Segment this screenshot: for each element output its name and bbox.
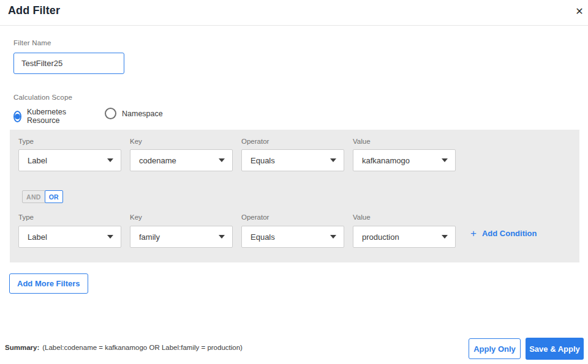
type-dropdown-value: Label — [28, 156, 107, 165]
key-column-label: Key — [130, 214, 142, 221]
chevron-down-icon — [442, 235, 448, 239]
radio-namespace[interactable]: Namespace — [105, 108, 163, 119]
chevron-down-icon — [330, 235, 336, 239]
value-dropdown-value: production — [362, 232, 442, 242]
and-toggle-button[interactable]: AND — [22, 190, 45, 203]
value-column-label: Value — [353, 214, 371, 221]
chevron-down-icon — [442, 158, 448, 162]
save-apply-button[interactable]: Save & Apply — [526, 338, 584, 360]
radio-label: Kubernetes Resource — [27, 108, 70, 125]
type-column-label: Type — [18, 214, 34, 221]
operator-dropdown-value: Equals — [251, 232, 330, 242]
value-dropdown-value: kafkanamogo — [362, 156, 442, 165]
filter-name-input[interactable] — [13, 53, 124, 74]
dialog-title: Add Filter — [8, 4, 60, 17]
filter-name-label: Filter Name — [13, 39, 51, 46]
calculation-scope-label: Calculation Scope — [13, 94, 72, 101]
apply-only-button[interactable]: Apply Only — [469, 338, 521, 359]
conditions-panel: Type Key Operator Value Label codename E… — [10, 130, 579, 262]
radio-unselected-icon — [105, 108, 116, 119]
type-dropdown[interactable]: Label — [18, 149, 121, 171]
plus-icon: + — [470, 228, 477, 239]
type-dropdown-value: Label — [28, 232, 107, 242]
summary-text: (Label:codename = kafkanamogo OR Label:f… — [42, 344, 243, 351]
type-column-label: Type — [18, 138, 34, 145]
radio-label: Namespace — [122, 110, 163, 118]
chevron-down-icon — [107, 235, 113, 239]
summary: Summary:(Label:codename = kafkanamogo OR… — [5, 344, 243, 351]
key-column-label: Key — [130, 138, 142, 145]
operator-column-label: Operator — [241, 138, 269, 145]
key-dropdown[interactable]: codename — [130, 149, 233, 171]
key-dropdown-value: codename — [139, 156, 219, 165]
radio-kubernetes-resource[interactable]: Kubernetes Resource — [13, 108, 70, 125]
add-condition-button[interactable]: + Add Condition — [470, 228, 537, 239]
key-dropdown[interactable]: family — [130, 226, 233, 248]
operator-dropdown[interactable]: Equals — [241, 226, 344, 248]
chevron-down-icon — [330, 158, 336, 162]
chevron-down-icon — [107, 158, 113, 162]
or-toggle-button[interactable]: OR — [45, 190, 63, 203]
add-condition-label: Add Condition — [482, 229, 537, 238]
operator-column-label: Operator — [241, 214, 269, 221]
key-dropdown-value: family — [139, 232, 219, 242]
operator-dropdown-value: Equals — [251, 156, 330, 165]
add-filter-dialog: Add Filter ✕ Filter Name Calculation Sco… — [0, 0, 588, 364]
header-divider — [0, 25, 588, 26]
operator-dropdown[interactable]: Equals — [241, 149, 344, 171]
logic-toggle: AND OR — [22, 190, 63, 203]
close-icon[interactable]: ✕ — [572, 4, 587, 18]
add-more-filters-button[interactable]: Add More Filters — [9, 273, 88, 294]
type-dropdown[interactable]: Label — [18, 226, 121, 248]
chevron-down-icon — [219, 158, 225, 162]
value-dropdown[interactable]: production — [353, 226, 456, 248]
value-column-label: Value — [353, 138, 371, 145]
chevron-down-icon — [219, 235, 225, 239]
radio-selected-icon — [13, 111, 21, 122]
value-dropdown[interactable]: kafkanamogo — [353, 149, 456, 171]
summary-label: Summary: — [5, 344, 39, 351]
